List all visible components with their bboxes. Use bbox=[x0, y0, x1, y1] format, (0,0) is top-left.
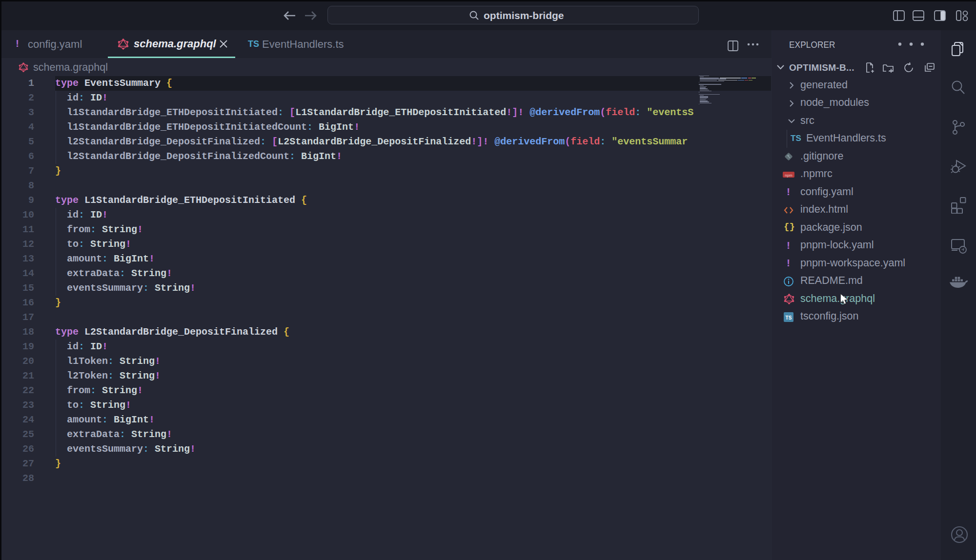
svg-text:TS: TS bbox=[786, 315, 792, 320]
svg-text:npm: npm bbox=[785, 173, 793, 177]
